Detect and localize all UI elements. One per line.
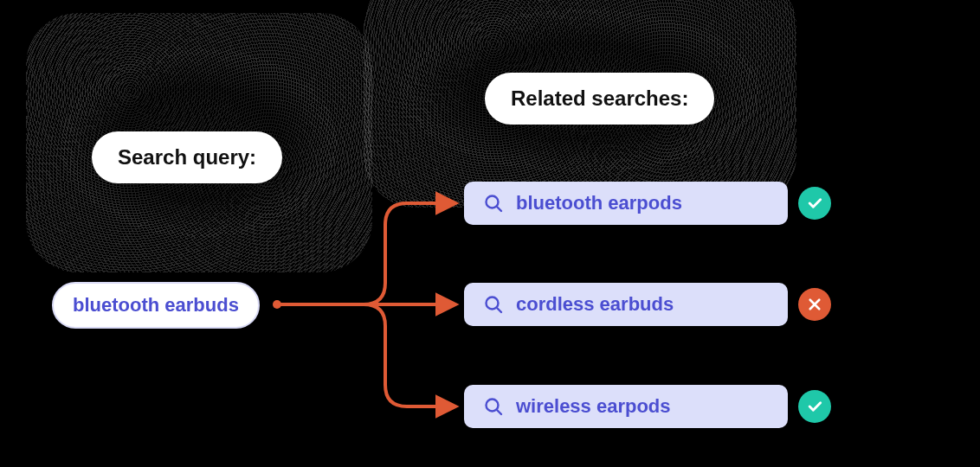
status-ok-2 [798, 390, 831, 423]
search-query-chip[interactable]: bluetooth earbuds [52, 282, 260, 329]
svg-line-8 [497, 410, 501, 414]
search-icon [483, 294, 504, 315]
svg-point-0 [273, 300, 281, 309]
close-icon [807, 297, 822, 312]
search-icon [483, 193, 504, 214]
related-search-text: bluetooth earpods [516, 192, 682, 214]
related-search-3[interactable]: wireless earpods [464, 385, 788, 428]
check-icon [806, 195, 823, 212]
related-searches-label: Related searches: [485, 73, 714, 125]
svg-line-4 [497, 308, 501, 312]
related-search-1[interactable]: bluetooth earpods [464, 182, 788, 225]
related-search-text: wireless earpods [516, 395, 671, 418]
related-search-2[interactable]: cordless earbuds [464, 283, 788, 326]
status-ok-1 [798, 187, 831, 220]
related-search-text: cordless earbuds [516, 293, 674, 316]
diagram-canvas: Search query: Related searches: bluetoot… [0, 0, 980, 467]
svg-line-2 [497, 207, 501, 211]
check-icon [806, 398, 823, 415]
status-bad-1 [798, 288, 831, 321]
search-query-label: Search query: [92, 131, 282, 183]
search-icon [483, 396, 504, 417]
search-query-text: bluetooth earbuds [73, 294, 239, 317]
